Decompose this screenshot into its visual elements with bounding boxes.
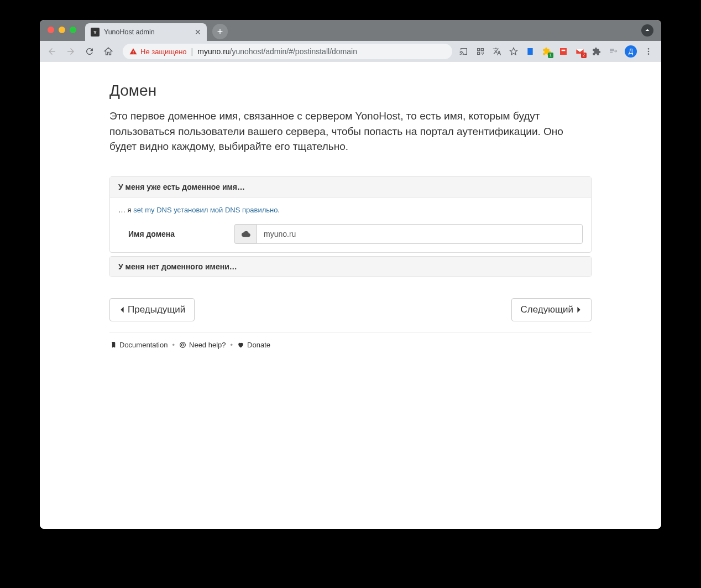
badge: 2 bbox=[581, 53, 587, 58]
extensions-menu-icon[interactable] bbox=[592, 46, 601, 56]
svg-point-1 bbox=[648, 48, 650, 50]
heart-icon bbox=[237, 341, 244, 348]
svg-point-2 bbox=[648, 51, 650, 53]
dns-hint: … я set my DNS установил мой DNS правиль… bbox=[118, 206, 583, 214]
domain-input[interactable] bbox=[257, 224, 583, 244]
home-button[interactable] bbox=[101, 44, 116, 59]
documentation-link[interactable]: Documentation bbox=[109, 341, 168, 349]
back-button[interactable] bbox=[44, 44, 60, 59]
svg-rect-0 bbox=[527, 48, 532, 55]
lifebuoy-icon bbox=[179, 341, 186, 348]
page-content: Домен Это первое доменное имя, связанное… bbox=[40, 62, 661, 529]
panel-no-domain: У меня нет доменного имени… bbox=[109, 256, 592, 277]
cloud-icon bbox=[234, 224, 257, 244]
qr-icon[interactable] bbox=[475, 46, 485, 56]
url-path: /yunohost/admin/#/postinstall/domain bbox=[230, 47, 357, 56]
next-button[interactable]: Следующий bbox=[511, 298, 592, 321]
url: myuno.ru/yunohost/admin/#/postinstall/do… bbox=[197, 47, 357, 56]
domain-form-row: Имя домена bbox=[118, 224, 583, 244]
account-menu-button[interactable] bbox=[641, 24, 653, 37]
omnibox[interactable]: Не защищено | myuno.ru/yunohost/admin/#/… bbox=[123, 44, 452, 59]
next-label: Следующий bbox=[521, 304, 573, 315]
toolbar-icons: 1 2 Д bbox=[459, 45, 657, 58]
reload-button[interactable] bbox=[82, 44, 97, 59]
previous-button[interactable]: Предыдущий bbox=[109, 298, 195, 321]
donate-link[interactable]: Donate bbox=[237, 341, 270, 349]
svg-point-3 bbox=[648, 53, 650, 55]
not-secure-label: Не защищено bbox=[140, 48, 187, 56]
reading-list-icon[interactable] bbox=[608, 46, 618, 56]
extension-bookmark-icon[interactable] bbox=[525, 46, 535, 56]
address-bar: Не защищено | myuno.ru/yunohost/admin/#/… bbox=[40, 41, 661, 62]
close-tab-button[interactable]: ✕ bbox=[195, 28, 201, 37]
panel-heading-no-domain[interactable]: У меня нет доменного имени… bbox=[110, 257, 591, 277]
forward-button[interactable] bbox=[63, 44, 79, 59]
kebab-menu-icon[interactable] bbox=[644, 46, 653, 56]
extension-puzzle-icon[interactable]: 1 bbox=[542, 46, 552, 56]
panel-heading-have-domain[interactable]: У меня уже есть доменное имя… bbox=[110, 177, 591, 197]
page-lead: Это первое доменное имя, связанное с сер… bbox=[109, 108, 592, 154]
page-title: Домен bbox=[109, 82, 592, 100]
footer-links: Documentation • Need help? • Donate bbox=[109, 341, 592, 349]
book-icon bbox=[109, 341, 117, 348]
url-host: myuno.ru bbox=[197, 47, 229, 56]
new-tab-button[interactable]: + bbox=[212, 24, 228, 39]
extension-gmail-icon[interactable]: 2 bbox=[575, 46, 585, 56]
cast-icon[interactable] bbox=[459, 46, 469, 56]
panel-have-domain: У меня уже есть доменное имя… … я set my… bbox=[109, 176, 592, 253]
minimize-window-button[interactable] bbox=[59, 27, 65, 33]
svg-point-5 bbox=[181, 344, 184, 346]
profile-avatar[interactable]: Д bbox=[625, 45, 637, 58]
maximize-window-button[interactable] bbox=[70, 27, 76, 33]
star-icon[interactable] bbox=[509, 46, 519, 56]
help-link[interactable]: Need help? bbox=[179, 341, 226, 349]
svg-point-4 bbox=[180, 342, 186, 347]
not-secure-badge: Не защищено bbox=[129, 48, 187, 56]
separator: | bbox=[191, 47, 193, 56]
badge: 1 bbox=[548, 53, 553, 58]
extension-save-icon[interactable] bbox=[558, 46, 568, 56]
tab-title: YunoHost admin bbox=[104, 28, 155, 36]
browser-window: Y YunoHost admin ✕ + Не защищено | bbox=[40, 20, 661, 529]
close-window-button[interactable] bbox=[48, 27, 54, 33]
previous-label: Предыдущий bbox=[128, 304, 185, 315]
translate-icon[interactable] bbox=[492, 46, 502, 56]
footer-divider bbox=[109, 332, 592, 333]
domain-label: Имя домена bbox=[118, 230, 234, 238]
dns-link[interactable]: set my DNS установил мой DNS правильно bbox=[133, 206, 278, 214]
window-controls bbox=[48, 27, 76, 33]
browser-tab[interactable]: Y YunoHost admin ✕ bbox=[85, 23, 207, 41]
tab-bar: Y YunoHost admin ✕ + bbox=[40, 20, 661, 41]
favicon-icon: Y bbox=[91, 28, 100, 37]
